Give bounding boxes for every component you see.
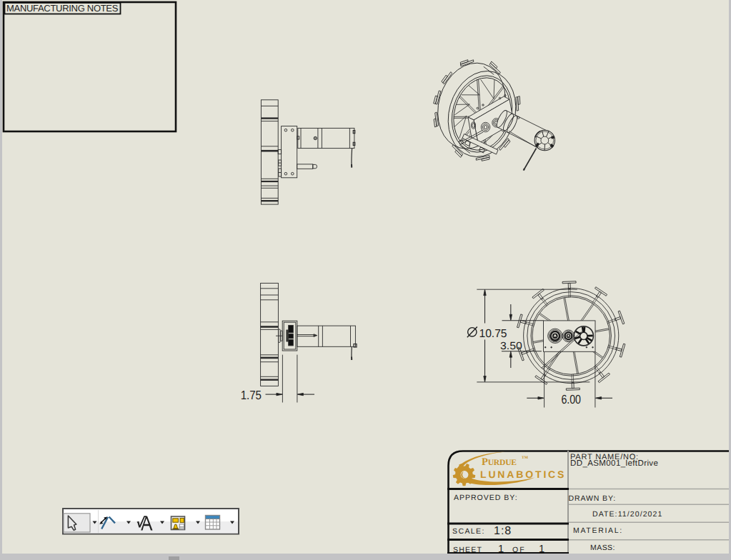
svg-text:1: 1 xyxy=(539,544,544,555)
svg-text:SCALE:: SCALE: xyxy=(452,527,485,536)
svg-text:TM: TM xyxy=(522,456,529,460)
svg-text:10.75: 10.75 xyxy=(479,328,507,340)
svg-text:MASS:: MASS: xyxy=(590,544,615,552)
svg-text:DATE:11/20/2021: DATE:11/20/2021 xyxy=(592,510,662,519)
svg-text:DRAWN BY:: DRAWN BY: xyxy=(569,494,617,503)
svg-text:1: 1 xyxy=(498,544,504,555)
svg-text:1:8: 1:8 xyxy=(494,525,512,537)
svg-text:APPROVED BY:: APPROVED BY: xyxy=(454,494,518,502)
svg-text:SHEET: SHEET xyxy=(453,546,482,554)
svg-text:3.50: 3.50 xyxy=(500,341,522,352)
svg-text:DD_ASM001_leftDrive: DD_ASM001_leftDrive xyxy=(570,459,658,468)
svg-text:MANUFACTURING NOTES: MANUFACTURING NOTES xyxy=(6,3,119,14)
svg-text:6.00: 6.00 xyxy=(561,392,581,406)
svg-text:LUNABOTICS: LUNABOTICS xyxy=(480,469,566,480)
svg-text:1.75: 1.75 xyxy=(241,388,262,402)
svg-text:MATERIAL:: MATERIAL: xyxy=(573,526,623,535)
svg-text:PURDUE: PURDUE xyxy=(482,456,517,468)
svg-text:OF: OF xyxy=(512,546,526,554)
